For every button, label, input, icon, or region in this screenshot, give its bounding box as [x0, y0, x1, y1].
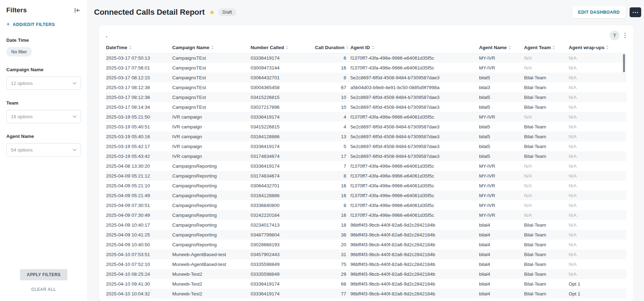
filter-label-agent-name: Agent Name — [6, 134, 81, 139]
cell-agent-id: f1370ff7-43fa-496e-9966-e64061d35f5c — [351, 53, 479, 63]
cell-number-called: 03336419174 — [251, 112, 315, 122]
column-header-agent-id[interactable]: Agent ID — [351, 42, 479, 53]
cell-campaign-name: CampaignsReporting — [172, 190, 251, 200]
collapse-sidebar-button[interactable] — [74, 7, 81, 14]
column-header-agent-team[interactable]: Agent Team — [524, 42, 569, 53]
table-row: 2025-04-09 10:40:17CampaignsReporting032… — [106, 220, 626, 230]
table-row: 2025-04-10 10:04:32Muneeb-Test2033364191… — [106, 289, 626, 299]
cell-datetime: 2025-03-19 05:21:50 — [106, 112, 172, 122]
cell-number-called: 03336419174 — [251, 53, 315, 63]
cell-agent-id: f1370ff7-43fa-496e-9966-e64061d35f5c — [351, 171, 479, 181]
cell-number-called: 03336840800 — [251, 200, 315, 210]
table-row: 2025-04-09 05:21:12CampaignsReporting031… — [106, 171, 626, 181]
table-row: 2025-04-09 07:30:49CampaignsReporting032… — [106, 210, 626, 220]
cell-agent-id: f1370ff7-43fa-496e-9966-e64061d35f5c — [351, 161, 479, 171]
cell-agent-wrap-ups: N/A — [569, 220, 626, 230]
sort-icon — [509, 46, 511, 49]
cell-campaign-name: IVR campaign — [172, 141, 251, 151]
widget-filter-button[interactable] — [610, 31, 619, 40]
column-label: Call Duration — [315, 45, 345, 50]
cell-agent-team: N/A — [524, 161, 569, 171]
cell-call-duration: 38 — [315, 230, 351, 240]
cell-agent-name: MY-IVR — [479, 63, 524, 73]
cell-agent-name: bilal4 — [479, 230, 524, 240]
cell-agent-wrap-ups: N/A — [569, 141, 626, 151]
connected-calls-table: DateTimeCampaign NameNumber CalledCall D… — [106, 42, 626, 299]
column-header-campaign-name[interactable]: Campaign Name — [172, 42, 251, 53]
widget-menu-button[interactable] — [624, 32, 626, 39]
column-header-agent-wrap-ups[interactable]: Agent wrap-ups — [569, 42, 626, 53]
cell-agent-team: N/A — [524, 171, 569, 181]
cell-agent-name: MY-IVR — [479, 53, 524, 63]
team-select[interactable]: 18 options — [6, 110, 81, 123]
cell-campaign-name: CampaignsReporting — [172, 240, 251, 249]
cell-call-duration: 67 — [315, 82, 351, 92]
cell-campaign-name: CampaignsTEst — [172, 53, 251, 63]
cell-datetime: 2025-04-10 07:53:51 — [106, 249, 172, 259]
cell-agent-wrap-ups: N/A — [569, 171, 626, 181]
cell-agent-team: Bilal-Team — [524, 151, 569, 161]
sort-icon — [372, 46, 374, 49]
vertical-scrollbar[interactable] — [623, 54, 625, 72]
cell-agent-team: Bilal-Team — [524, 279, 569, 289]
cell-agent-team: Bilal-Team — [524, 92, 569, 102]
column-header-number-called[interactable]: Number Called — [251, 42, 315, 53]
table-row: 2025-04-09 10:40:50CampaignsReporting030… — [106, 240, 626, 249]
cell-agent-id: f1370ff7-43fa-496e-9966-e64061d35f5c — [351, 112, 479, 122]
cell-agent-name: bilal4 — [479, 259, 524, 269]
table-header-row: DateTimeCampaign NameNumber CalledCall D… — [106, 42, 626, 53]
cell-agent-id: 96bff4f3-9bcb-440f-82a6-9d2c2842184b — [351, 240, 479, 249]
cell-agent-id: 5e2c8697-6f0d-4508-9484-b7309587dae3 — [351, 151, 479, 161]
cell-number-called: 03164128886 — [251, 190, 315, 200]
sort-icon — [211, 46, 214, 49]
cell-agent-team: Bilal-Team — [524, 102, 569, 112]
cell-agent-team: Bilal-Team — [524, 141, 569, 151]
cell-agent-wrap-ups: Opt 1 — [569, 289, 626, 299]
date-time-filter-chip[interactable]: No filter — [6, 47, 32, 56]
campaign-name-select[interactable]: 12 options — [6, 76, 81, 90]
cell-datetime: 2025-03-17 08:12:38 — [106, 82, 172, 92]
cell-call-duration: 16 — [315, 210, 351, 220]
cell-datetime: 2025-04-09 10:40:50 — [106, 240, 172, 249]
cell-call-duration: 6 — [315, 53, 351, 63]
cell-agent-wrap-ups: Opt 1 — [569, 279, 626, 289]
add-edit-filters-label: ADD/EDIT FILTERS — [13, 22, 55, 27]
cell-campaign-name: CampaignsReporting — [172, 200, 251, 210]
cell-number-called: 03336419174 — [251, 161, 315, 171]
agent-name-select[interactable]: 54 options — [6, 143, 81, 156]
add-edit-filters-button[interactable]: + ADD/EDIT FILTERS — [6, 22, 81, 27]
cell-call-duration: 68 — [315, 279, 351, 289]
cell-agent-name: MY-IVR — [479, 200, 524, 210]
table-row: 2025-03-17 08:14:34CampaignsTEst03027217… — [106, 102, 626, 112]
cell-datetime: 2025-04-08 13:30:20 — [106, 161, 172, 171]
cell-call-duration: 17 — [315, 151, 351, 161]
cell-agent-name: bilal5 — [479, 141, 524, 151]
cell-agent-team: Bilal-Team — [524, 240, 569, 249]
clear-all-button[interactable]: CLEAR ALL — [31, 287, 56, 292]
table-row: 2025-04-10 08:25:24Muneeb-Test2033355988… — [106, 269, 626, 279]
cell-agent-name: bilal4 — [479, 289, 524, 299]
filter-label-date-time: Date Time — [6, 38, 81, 43]
widget-actions — [610, 31, 626, 40]
table-row: 2025-03-17 08:12:38CampaignsTEst03004365… — [106, 82, 626, 92]
cell-campaign-name: CampaignsReporting — [172, 210, 251, 220]
cell-agent-team: N/A — [524, 63, 569, 73]
cell-agent-team: Bilal-Team — [524, 73, 569, 82]
column-label: Agent ID — [351, 45, 370, 50]
column-header-agent-name[interactable]: Agent Name — [479, 42, 524, 53]
chevron-down-icon — [73, 149, 77, 151]
column-header-datetime[interactable]: DateTime — [106, 42, 172, 53]
cell-agent-team: N/A — [524, 112, 569, 122]
table-row: 2025-03-19 05:42:17IVR campaign033364191… — [106, 141, 626, 151]
column-header-call-duration[interactable]: Call Duration — [315, 42, 351, 53]
favorite-star-icon[interactable]: ★ — [209, 9, 214, 15]
apply-filters-button[interactable]: APPLY FILTERS — [20, 269, 67, 280]
edit-dashboard-button[interactable]: EDIT DASHBOARD — [572, 6, 625, 18]
table-row: 2025-03-17 07:50:13CampaignsTEst03336419… — [106, 53, 626, 63]
cell-number-called: 03336419174 — [251, 279, 315, 289]
more-options-button[interactable] — [630, 7, 641, 17]
cell-number-called: 03004365458 — [251, 82, 315, 92]
campaign-name-select-value: 12 options — [11, 81, 33, 86]
chevron-down-icon — [73, 82, 77, 85]
cell-agent-wrap-ups: N/A — [569, 63, 626, 73]
